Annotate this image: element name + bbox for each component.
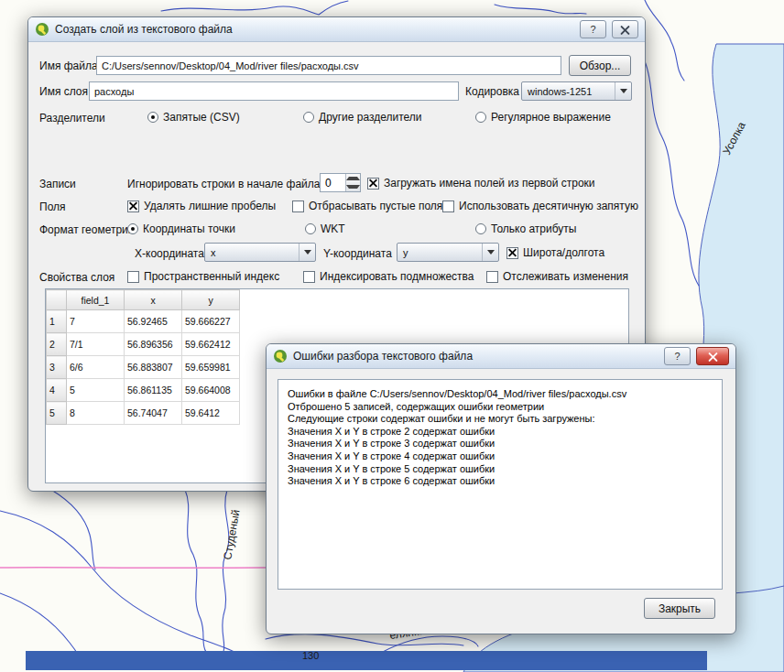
close-icon (620, 25, 630, 35)
qgis-icon (35, 22, 49, 37)
checkbox-label: Пространственный индекс (144, 270, 279, 283)
layername-input[interactable]: расходы (89, 81, 459, 101)
lake-band (26, 651, 707, 670)
close-dialog-button[interactable]: Закрыть (644, 598, 715, 619)
table-cell[interactable]: 7 (67, 310, 125, 333)
error-line: Ошибки в файле C:/Users/sennov/Desktop/0… (288, 388, 713, 401)
encoding-value: windows-1251 (528, 86, 592, 97)
table-cell[interactable]: 59.662412 (182, 333, 240, 356)
table-cell[interactable]: 56.74047 (125, 402, 182, 425)
delimiters-label: Разделители (39, 108, 105, 127)
parse-errors-titlebar[interactable]: Ошибки разбора текстового файла ? (267, 344, 735, 369)
skip-lines-spinner[interactable]: 0 (320, 173, 361, 192)
checkbox-icon (367, 178, 379, 190)
map-label-130: 130 (302, 650, 319, 661)
checkbox-discard-empty[interactable]: Отбрасывать пустые поля (292, 197, 442, 215)
row-header[interactable]: 4 (47, 379, 67, 402)
qgis-icon (273, 349, 288, 363)
y-coordinate-value: y (403, 247, 408, 258)
x-coordinate-label: X-координата (135, 244, 204, 263)
create-layer-titlebar[interactable]: Создать слой из текстового файла ? (28, 17, 645, 42)
chevron-down-icon (299, 244, 315, 261)
row-header[interactable]: 5 (47, 402, 67, 425)
filename-label: Имя файла (39, 56, 98, 75)
radio-attributes-only[interactable]: Только атрибуты (475, 220, 576, 238)
checkbox-first-row-names[interactable]: Загружать имена полей из первой строки (367, 174, 595, 192)
radio-wkt[interactable]: WKT (305, 220, 345, 238)
parse-errors-dialog: Ошибки разбора текстового файла ? Ошибки… (266, 343, 736, 634)
table-cell[interactable]: 59.6412 (182, 402, 240, 425)
table-cell[interactable]: 6/6 (67, 356, 125, 379)
y-coordinate-select[interactable]: y (397, 243, 499, 262)
radio-csv[interactable]: Запятые (CSV) (147, 108, 240, 126)
checkbox-lat-lon[interactable]: Широта/долгота (506, 244, 604, 262)
checkbox-label: Использовать десятичную запятую (459, 200, 638, 212)
help-button[interactable]: ? (664, 347, 691, 365)
table-cell[interactable]: 7/1 (67, 333, 125, 356)
row-header[interactable]: 1 (47, 310, 67, 333)
radio-other-delimiters[interactable]: Другие разделители (303, 108, 422, 126)
dialog-title: Ошибки разбора текстового файла (293, 350, 473, 363)
checkbox-icon (486, 271, 498, 283)
checkbox-label: Отслеживать изменения (503, 270, 628, 283)
chevron-down-icon (615, 82, 631, 100)
skip-lines-label: Игнорировать строки в начале файла (127, 174, 321, 193)
table-row: 1 7 56.92465 59.666227 (47, 310, 240, 333)
table-cell[interactable]: 56.92465 (125, 310, 182, 333)
help-button[interactable]: ? (580, 20, 606, 38)
table-row: 2 7/1 56.896356 59.662412 (47, 333, 240, 356)
spin-up-icon[interactable] (346, 174, 360, 183)
checkbox-subset-index[interactable]: Индексировать подмножества (303, 267, 474, 286)
checkbox-watch-file[interactable]: Отслеживать изменения (486, 267, 628, 286)
checkbox-label: Широта/долгота (523, 246, 604, 259)
radio-icon (147, 112, 158, 123)
table-cell[interactable]: 56.861135 (125, 379, 182, 402)
row-header[interactable]: 2 (47, 333, 67, 356)
geometry-label: Формат геометрии (39, 220, 135, 239)
table-cell[interactable]: 59.659981 (182, 356, 240, 379)
qgis-workspace: Усолка Студеный елянка 130 Создать слой … (0, 0, 784, 672)
radio-icon (475, 112, 486, 123)
table-cell[interactable]: 59.664008 (182, 379, 240, 402)
browse-button[interactable]: Обзор... (569, 55, 631, 76)
table-cell[interactable]: 56.896356 (125, 333, 182, 356)
spinner-arrows[interactable] (345, 174, 360, 191)
checkbox-icon (127, 201, 139, 212)
radio-label: Другие разделители (319, 111, 422, 124)
close-button[interactable] (612, 20, 638, 38)
error-line: Следующие строки содержат ошибки и не мо… (288, 413, 713, 426)
radio-icon (303, 112, 314, 123)
column-header-field1[interactable]: field_1 (67, 290, 125, 310)
preview-grid: field_1 x y 1 7 56.92465 59.666227 2 7/1… (46, 289, 240, 425)
error-line: Значения X и Y в строке 2 содержат ошибк… (288, 426, 713, 439)
checkbox-label: Загружать имена полей из первой строки (384, 177, 595, 190)
encoding-label: Кодировка (465, 81, 519, 101)
row-header[interactable]: 3 (47, 356, 67, 379)
table-cell[interactable]: 5 (67, 379, 125, 402)
corner-header (47, 290, 67, 310)
table-row: 4 5 56.861135 59.664008 (47, 379, 240, 402)
checkbox-label: Удалять лишние пробелы (144, 200, 276, 212)
radio-label: Запятые (CSV) (163, 111, 240, 124)
column-header-y[interactable]: y (182, 290, 240, 310)
radio-point-coords[interactable]: Координаты точки (127, 220, 235, 238)
error-message-box[interactable]: Ошибки в файле C:/Users/sennov/Desktop/0… (278, 379, 723, 590)
table-cell[interactable]: 8 (67, 402, 125, 425)
filename-input[interactable]: C:/Users/sennov/Desktop/04_Mod/river fil… (96, 56, 561, 75)
column-header-x[interactable]: x (125, 290, 182, 310)
x-coordinate-select[interactable]: x (204, 243, 316, 262)
radio-regexp[interactable]: Регулярное выражение (475, 108, 611, 126)
checkbox-label: Индексировать подмножества (320, 270, 474, 283)
table-cell[interactable]: 59.666227 (182, 310, 240, 333)
error-line: Значения X и Y в строке 5 содержат ошибк… (288, 463, 713, 476)
layer-props-label: Свойства слоя (39, 267, 114, 287)
close-icon (708, 352, 718, 362)
encoding-select[interactable]: windows-1251 (521, 81, 632, 101)
boundary-pink-line (0, 568, 266, 569)
checkbox-decimal-comma[interactable]: Использовать десятичную запятую (442, 197, 638, 215)
checkbox-trim-spaces[interactable]: Удалять лишние пробелы (127, 197, 276, 215)
table-cell[interactable]: 56.883807 (125, 356, 182, 379)
checkbox-spatial-index[interactable]: Пространственный индекс (127, 267, 279, 286)
close-button[interactable] (696, 347, 729, 365)
spin-down-icon[interactable] (346, 183, 360, 192)
